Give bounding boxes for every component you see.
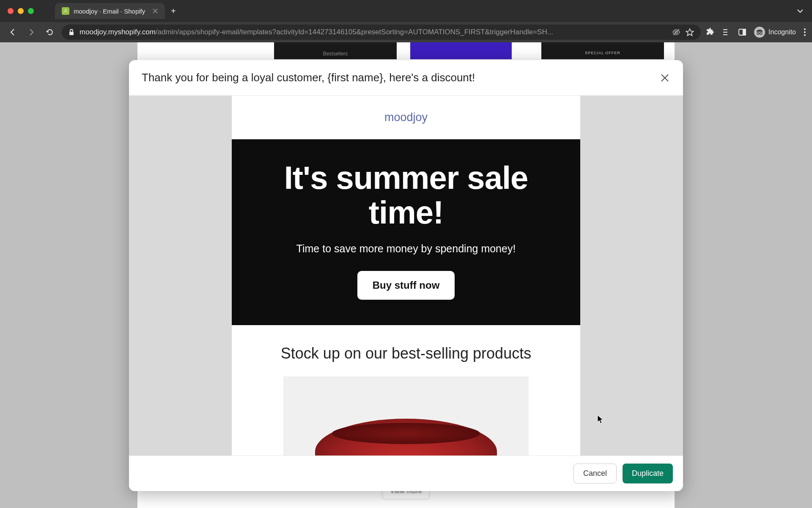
svg-point-6	[804, 28, 806, 30]
email-preview: moodjoy It's summer sale time! Time to s…	[232, 96, 580, 456]
incognito-icon	[754, 27, 765, 38]
template-thumbnail[interactable]	[410, 42, 512, 59]
browser-tab-bar: moodjoy · Email · Shopify +	[55, 3, 176, 19]
email-brand-name: moodjoy	[232, 96, 580, 139]
window-titlebar: moodjoy · Email · Shopify +	[0, 0, 812, 22]
toolbar-right-icons: Incognito	[706, 27, 806, 38]
email-hero-subtitle: Time to save more money by spending mone…	[249, 243, 563, 255]
modal-close-button[interactable]	[659, 72, 670, 83]
url-text: moodjoy.myshopify.com/admin/apps/shopify…	[80, 28, 667, 36]
incognito-badge[interactable]: Incognito	[754, 27, 796, 38]
svg-point-7	[804, 31, 806, 33]
address-bar[interactable]: moodjoy.myshopify.com/admin/apps/shopify…	[62, 25, 701, 40]
forward-button[interactable]	[25, 25, 38, 39]
template-thumbnail[interactable]: SPECIAL OFFER	[541, 42, 664, 59]
cancel-button[interactable]: Cancel	[573, 464, 617, 483]
window-maximize-button[interactable]	[28, 8, 34, 14]
modal-title: Thank you for being a loyal customer, {f…	[142, 71, 475, 84]
window-minimize-button[interactable]	[18, 8, 24, 14]
shopify-favicon-icon	[62, 7, 69, 15]
email-cta-button[interactable]: Buy stuff now	[357, 271, 455, 300]
email-hero-title: It's summer sale time!	[249, 160, 563, 230]
window-close-button[interactable]	[8, 8, 14, 14]
browser-menu-icon[interactable]	[804, 28, 806, 36]
duplicate-button[interactable]: Duplicate	[623, 464, 673, 483]
modal-footer: Cancel Duplicate	[129, 456, 683, 491]
side-panel-icon[interactable]	[738, 28, 746, 36]
reload-button[interactable]	[43, 25, 57, 39]
incognito-label: Incognito	[768, 28, 796, 36]
traffic-lights	[8, 8, 34, 14]
email-hero-section: It's summer sale time! Time to save more…	[232, 139, 580, 325]
modal-body: moodjoy It's summer sale time! Time to s…	[129, 96, 683, 456]
svg-rect-0	[69, 32, 74, 35]
svg-point-5	[760, 33, 762, 35]
eye-off-icon[interactable]	[672, 28, 680, 36]
product-render	[315, 419, 497, 456]
tab-title: moodjoy · Email · Shopify	[74, 8, 148, 15]
svg-point-4	[757, 33, 759, 35]
extensions-icon[interactable]	[706, 28, 714, 36]
email-product-image	[283, 376, 529, 456]
template-thumbnail[interactable]: Bestsellers	[274, 42, 397, 59]
browser-toolbar: moodjoy.myshopify.com/admin/apps/shopify…	[0, 22, 812, 42]
template-label: Bestsellers	[323, 51, 348, 57]
back-button[interactable]	[6, 25, 19, 39]
modal-header: Thank you for being a loyal customer, {f…	[129, 60, 683, 96]
reading-list-icon[interactable]	[722, 28, 730, 36]
template-label: SPECIAL OFFER	[585, 51, 620, 55]
email-section-title: Stock up on our best-selling products	[232, 325, 580, 376]
template-preview-modal: Thank you for being a loyal customer, {f…	[129, 60, 683, 491]
lock-icon	[69, 29, 74, 36]
tab-close-button[interactable]	[152, 8, 158, 14]
svg-rect-3	[743, 29, 746, 35]
svg-point-8	[804, 34, 806, 36]
bookmark-star-icon[interactable]	[686, 28, 694, 36]
browser-tab[interactable]: moodjoy · Email · Shopify	[55, 3, 165, 19]
tabs-dropdown-icon[interactable]	[797, 9, 804, 13]
new-tab-button[interactable]: +	[171, 6, 176, 16]
